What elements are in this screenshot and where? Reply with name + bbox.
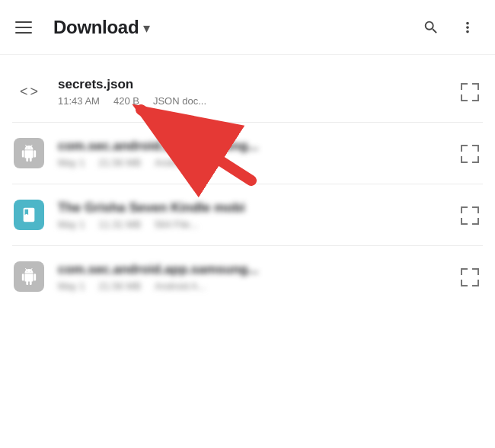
title-dropdown[interactable]: Download ▾ <box>53 17 416 38</box>
file-item-apk1[interactable]: com.sec.android.app.samsung... May 1 21.… <box>0 123 495 184</box>
file-time: 11:43 AM <box>58 95 100 107</box>
chevron-left-icon: < <box>20 84 28 100</box>
file-size: 11.31 MB <box>98 219 141 230</box>
file-size: 420 B <box>113 95 139 107</box>
page-title: Download <box>53 17 139 38</box>
file-size: 21.56 MB <box>98 280 141 292</box>
android-icon <box>21 145 37 162</box>
file-name: The Grisha Seven Kindle mobi <box>58 200 455 216</box>
file-type: JSON doc... <box>153 95 206 107</box>
file-info-kindle: The Grisha Seven Kindle mobi May 1 11.31… <box>58 200 455 230</box>
file-item-kindle[interactable]: The Grisha Seven Kindle mobi May 1 11.31… <box>0 184 495 245</box>
file-icon-code: < > <box>12 75 46 108</box>
expand-button[interactable] <box>455 263 483 290</box>
more-options-button[interactable] <box>452 12 483 43</box>
expand-icon <box>461 268 477 285</box>
more-vert-icon <box>459 19 476 36</box>
file-meta: May 1 11.31 MB 564 File... <box>58 219 455 230</box>
file-name: secrets.json <box>58 77 455 92</box>
header-icons <box>416 12 483 43</box>
expand-button[interactable] <box>455 139 483 167</box>
file-info-secrets: secrets.json 11:43 AM 420 B JSON doc... <box>58 77 455 107</box>
file-type: Android A... <box>155 157 206 168</box>
book-icon <box>21 206 37 223</box>
file-meta: May 1 21.56 MB Android A... <box>58 280 455 292</box>
file-time: May 1 <box>58 280 85 292</box>
file-type: Android A... <box>155 280 206 292</box>
expand-button[interactable] <box>455 78 483 105</box>
menu-button[interactable] <box>12 14 40 41</box>
expand-button[interactable] <box>455 201 483 229</box>
chevron-down-icon: ▾ <box>143 20 150 37</box>
expand-icon <box>461 206 477 223</box>
search-icon <box>423 19 439 36</box>
file-list: < > secrets.json 11:43 AM 420 B JSON doc… <box>0 55 495 313</box>
file-time: May 1 <box>58 157 85 168</box>
android-icon-2 <box>21 268 37 285</box>
file-info-apk1: com.sec.android.app.samsung... May 1 21.… <box>58 139 455 168</box>
file-item-apk2[interactable]: com.sec.android.app.samsung... May 1 21.… <box>0 246 495 307</box>
file-icon-apk1 <box>12 136 46 170</box>
file-time: May 1 <box>58 219 85 230</box>
search-button[interactable] <box>416 12 446 43</box>
file-info-apk2: com.sec.android.app.samsung... May 1 21.… <box>58 262 455 292</box>
header: Download ▾ <box>0 0 495 55</box>
file-size: 21.56 MB <box>98 157 141 168</box>
file-icon-apk2 <box>12 260 46 293</box>
file-meta: 11:43 AM 420 B JSON doc... <box>58 95 455 107</box>
file-item-secrets-json[interactable]: < > secrets.json 11:43 AM 420 B JSON doc… <box>0 61 495 122</box>
chevron-right-icon: > <box>30 84 39 100</box>
file-name: com.sec.android.app.samsung... <box>58 262 455 277</box>
expand-icon <box>461 83 477 100</box>
expand-icon <box>461 145 477 162</box>
file-icon-kindle <box>12 198 46 232</box>
file-name: com.sec.android.app.samsung... <box>58 139 455 154</box>
file-type: 564 File... <box>155 219 198 230</box>
file-meta: May 1 21.56 MB Android A... <box>58 157 455 168</box>
